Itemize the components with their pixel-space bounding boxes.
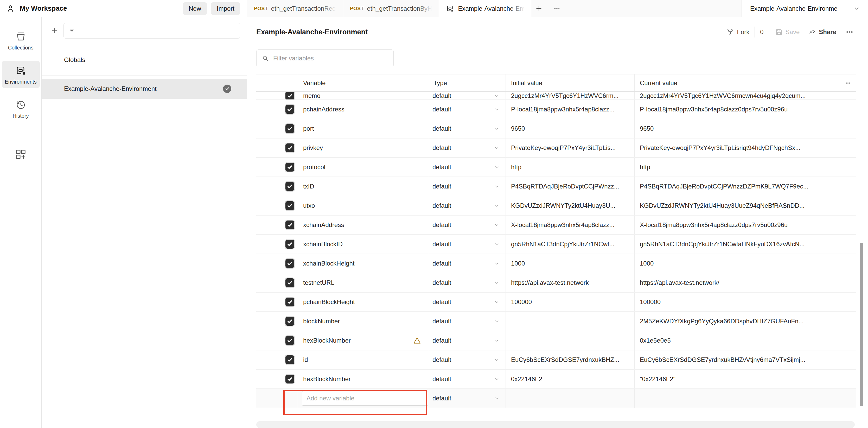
variable-name-cell[interactable]: blockNumber [298, 312, 428, 331]
environment-selector[interactable]: Example-Avalanche-Environme [742, 0, 868, 17]
workspace-title[interactable]: My Workspace [20, 4, 67, 12]
variable-type-select[interactable]: default [428, 273, 506, 292]
variable-current-value[interactable]: gn5RhN1aCT3dnCpjYkiJtrZr1NCwfaHNkFyuDX16… [634, 235, 840, 254]
variable-name-cell[interactable]: utxo [298, 196, 428, 215]
variable-name-cell[interactable]: protocol [298, 158, 428, 176]
environment-list-item[interactable]: Example-Avalanche-Environment [42, 79, 247, 99]
variable-name-cell[interactable]: txID [298, 177, 428, 196]
filter-variables-input[interactable] [273, 55, 388, 62]
variable-current-value[interactable]: EuCy6bScEXrSdDGSE7yrdnxukBHZvVtjny6ma7VT… [634, 350, 840, 369]
variable-name-cell[interactable]: memo [298, 92, 428, 100]
environment-list-item[interactable]: Globals [42, 50, 247, 70]
variable-type-select[interactable]: default [428, 196, 506, 215]
rail-item-collections[interactable]: Collections [2, 27, 40, 54]
sidebar-filter[interactable] [63, 23, 240, 38]
variable-enabled-checkbox[interactable] [285, 259, 294, 268]
variable-type-select[interactable]: default [428, 350, 506, 369]
variable-current-value[interactable]: P-local18jma8ppw3nhx5r4ap8clazz0dps7rv5u… [634, 100, 840, 119]
grid-plus-icon[interactable] [15, 148, 27, 160]
variable-initial-value[interactable]: https://api.avax-test.network [506, 273, 634, 292]
variable-enabled-checkbox[interactable] [285, 336, 294, 345]
environment-tab[interactable]: Example-Avalanche-Envi [439, 0, 531, 17]
variable-current-value[interactable]: 2ugcc1zMr4YrV5Tgc6Y1HzWVC6rmcwn4cu4gjq4y… [634, 92, 840, 100]
variable-enabled-checkbox[interactable] [285, 221, 294, 229]
filter-variables-box[interactable] [256, 50, 394, 67]
column-options-button[interactable] [840, 75, 856, 91]
variable-current-value[interactable]: http [634, 158, 840, 176]
variable-initial-value[interactable] [506, 312, 634, 331]
variable-type-select[interactable]: default [428, 293, 506, 311]
variable-current-value[interactable]: KGDvUZzdJRWNYTy2ktU4Huay3UueZ94qNeBfRASn… [634, 196, 840, 215]
fork-button[interactable]: Fork [726, 28, 749, 36]
variable-name-cell[interactable]: privkey [298, 139, 428, 157]
sidebar-filter-input[interactable] [80, 27, 235, 34]
variable-type-select[interactable]: default [428, 119, 506, 138]
variable-initial-value[interactable]: 1000 [506, 254, 634, 273]
variable-type-select[interactable]: default [428, 331, 506, 350]
more-actions-button[interactable] [846, 28, 854, 36]
variable-current-value[interactable]: X-local18jma8ppw3nhx5r4ap8clazz0dps7rv5u… [634, 216, 840, 234]
variable-initial-value[interactable]: X-local18jma8ppw3nhx5r4ap8clazz... [506, 216, 634, 234]
variable-name-cell[interactable]: testnetURL [298, 273, 428, 292]
variable-current-value[interactable]: P4SBqRTDAqJBjeRoDvptCCjPWnzzDZPmK9L7WQ7F… [634, 177, 840, 196]
variable-initial-value[interactable] [506, 331, 634, 350]
vertical-scrollbar[interactable] [860, 242, 863, 406]
variable-enabled-checkbox[interactable] [285, 278, 294, 287]
variable-name-cell[interactable]: pchainAddress [298, 100, 428, 119]
variable-current-value[interactable]: 100000 [634, 293, 840, 311]
variable-type-select[interactable]: default [428, 370, 506, 389]
variable-name-cell[interactable]: xchainBlockHeight [298, 254, 428, 273]
variable-enabled-checkbox[interactable] [285, 240, 294, 249]
variable-type-select[interactable]: default [428, 139, 506, 157]
variable-initial-value[interactable]: PrivateKey-ewoqjP7PxY4yr3iLTpLis... [506, 139, 634, 157]
variable-initial-value[interactable]: EuCy6bScEXrSdDGSE7yrdnxukBHZ... [506, 350, 634, 369]
variable-enabled-checkbox[interactable] [285, 124, 294, 133]
variable-current-value[interactable] [634, 389, 840, 408]
new-tab-button[interactable] [531, 0, 547, 17]
variable-enabled-checkbox[interactable] [285, 375, 294, 383]
variable-type-select[interactable]: default [428, 100, 506, 119]
variable-name-cell[interactable]: hexBlockNumber [298, 370, 428, 389]
variable-enabled-checkbox[interactable] [285, 163, 294, 172]
variable-current-value[interactable]: 1000 [634, 254, 840, 273]
rail-item-history[interactable]: History [2, 95, 40, 122]
variable-name-cell[interactable]: pchainBlockHeight [298, 293, 428, 311]
variable-initial-value[interactable]: P-local18jma8ppw3nhx5r4ap8clazz... [506, 100, 634, 119]
variable-name-cell[interactable]: port [298, 119, 428, 138]
variable-type-select[interactable]: default [428, 177, 506, 196]
variable-enabled-checkbox[interactable] [285, 297, 294, 307]
horizontal-scrollbar[interactable] [256, 421, 855, 428]
variable-enabled-checkbox[interactable] [285, 92, 294, 100]
variable-enabled-checkbox[interactable] [285, 182, 294, 191]
variable-initial-value[interactable]: 2ugcc1zMr4YrV5Tgc6Y1HzWVC6rm... [506, 92, 634, 100]
variable-initial-value[interactable]: P4SBqRTDAqJBjeRoDvptCCjPWnzz... [506, 177, 634, 196]
import-button[interactable]: Import [211, 2, 240, 15]
variable-type-select[interactable]: default [428, 254, 506, 273]
variable-initial-value[interactable] [506, 389, 634, 408]
variable-enabled-checkbox[interactable] [285, 201, 294, 210]
variable-current-value[interactable]: 2M5ZeKWDYfXkgPg6YyQyka66DDsphvDHtZ7GUFAu… [634, 312, 840, 331]
variable-enabled-checkbox[interactable] [285, 355, 294, 364]
variable-type-select[interactable]: default [428, 389, 506, 408]
variable-name-cell[interactable]: hexBlockNumber [298, 331, 428, 350]
variable-enabled-checkbox[interactable] [285, 317, 294, 326]
variable-name-cell[interactable]: xchainBlockID [298, 235, 428, 254]
rail-item-environments[interactable]: Environments [2, 61, 40, 88]
variable-type-select[interactable]: default [428, 216, 506, 234]
variable-enabled-checkbox[interactable] [285, 143, 294, 152]
variable-type-select[interactable]: default [428, 92, 506, 100]
variable-initial-value[interactable]: http [506, 158, 634, 176]
variable-current-value[interactable]: https://api.avax-test.network/ [634, 273, 840, 292]
variable-initial-value[interactable]: 100000 [506, 293, 634, 311]
variable-current-value[interactable]: "0x22146F2" [634, 370, 840, 389]
variable-type-select[interactable]: default [428, 312, 506, 331]
variable-current-value[interactable]: 9650 [634, 119, 840, 138]
fork-count[interactable]: 0 [760, 28, 764, 36]
new-button[interactable]: New [183, 2, 207, 15]
share-button[interactable]: Share [808, 28, 836, 36]
add-environment-button[interactable] [49, 25, 60, 36]
variable-enabled-checkbox[interactable] [285, 105, 294, 114]
save-button[interactable]: Save [775, 28, 800, 36]
variable-name-cell[interactable] [298, 389, 428, 408]
variable-initial-value[interactable]: KGDvUZzdJRWNYTy2ktU4Huay3U... [506, 196, 634, 215]
